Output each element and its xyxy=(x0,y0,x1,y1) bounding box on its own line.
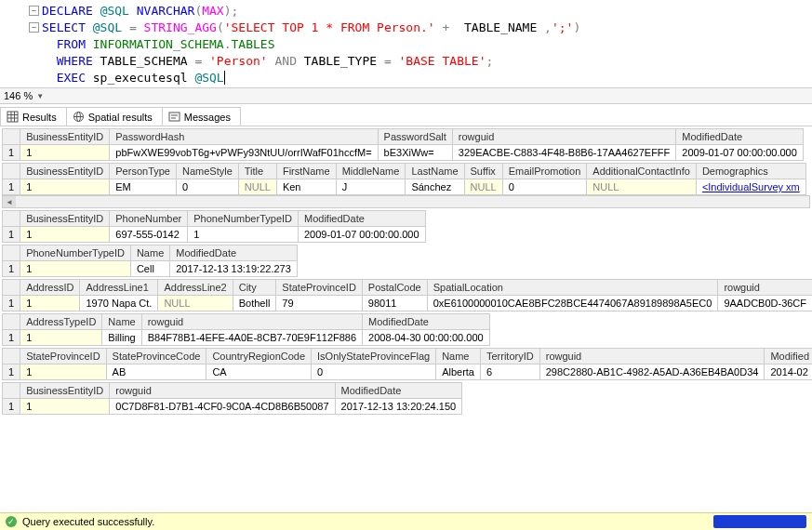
row-number[interactable]: 1 xyxy=(3,179,20,195)
column-header[interactable]: Modified xyxy=(765,349,812,364)
cell[interactable]: 1970 Napa Ct. xyxy=(80,296,158,311)
column-header[interactable]: SpatialLocation xyxy=(427,280,718,296)
cell[interactable]: Ken xyxy=(276,179,336,195)
chevron-down-icon[interactable]: ▼ xyxy=(36,92,44,100)
column-header[interactable]: Suffix xyxy=(464,164,502,179)
cell[interactable]: B84F78B1-4EFE-4A0E-8CB7-70E9F112F886 xyxy=(141,330,362,346)
cell[interactable]: Bothell xyxy=(233,296,276,311)
cell[interactable]: 0C7D8F81-D7B1-4CF0-9C0A-4CD8B6B50087 xyxy=(110,399,335,415)
column-header[interactable]: ModifiedDate xyxy=(170,245,298,261)
cell[interactable]: 1 xyxy=(20,330,102,346)
row-selector-header[interactable] xyxy=(3,129,20,145)
column-header[interactable]: BusinessEntityID xyxy=(20,129,110,145)
row-number[interactable]: 1 xyxy=(3,364,20,380)
column-header[interactable]: rowguid xyxy=(539,349,765,364)
cell[interactable]: 0xE6100000010CAE8BFC28BCE4474067A8918989… xyxy=(427,296,718,311)
column-header[interactable]: ModifiedDate xyxy=(676,129,804,145)
sql-editor[interactable]: −DECLARE @SQL NVARCHAR(MAX);−SELECT @SQL… xyxy=(0,0,812,88)
column-header[interactable]: ModifiedDate xyxy=(335,383,462,399)
column-header[interactable]: MiddleName xyxy=(336,164,406,179)
column-header[interactable]: StateProvinceID xyxy=(20,349,106,364)
column-header[interactable]: PhoneNumber xyxy=(110,211,188,227)
row-selector-header[interactable] xyxy=(3,245,20,261)
cell[interactable]: CA xyxy=(206,364,312,380)
cell[interactable]: 9AADCB0D-36CF xyxy=(718,296,812,311)
column-header[interactable]: TerritoryID xyxy=(480,349,539,364)
cell[interactable]: NULL xyxy=(158,296,233,311)
column-header[interactable]: AddressLine2 xyxy=(158,280,233,296)
column-header[interactable]: PersonType xyxy=(110,164,177,179)
cell[interactable]: NULL xyxy=(238,179,276,195)
column-header[interactable]: BusinessEntityID xyxy=(20,383,110,399)
column-header[interactable]: Demographics xyxy=(696,164,805,179)
cell[interactable]: 697-555-0142 xyxy=(110,227,188,243)
column-header[interactable]: NameStyle xyxy=(176,164,238,179)
cell[interactable]: Sánchez xyxy=(406,179,464,195)
cell[interactable]: 329EACBE-C883-4F48-B8B6-17AA4627EFFF xyxy=(452,145,675,161)
column-header[interactable]: PhoneNumberTypeID xyxy=(20,245,131,261)
code-line[interactable]: FROM INFORMATION_SCHEMA.TABLES xyxy=(42,37,274,51)
table-row[interactable]: 11697-555-014212009-01-07 00:00:00.000 xyxy=(3,227,426,243)
table-row[interactable]: 11ABCA0Alberta6298C2880-AB1C-4982-A5AD-A… xyxy=(3,364,813,380)
collapse-box[interactable]: − xyxy=(29,6,39,16)
column-header[interactable]: AddressLine1 xyxy=(80,280,158,296)
cell[interactable]: Alberta xyxy=(436,364,481,380)
cell[interactable]: 1 xyxy=(20,227,110,243)
column-header[interactable]: rowguid xyxy=(452,129,675,145)
code-line[interactable]: WHERE TABLE_SCHEMA = 'Person' AND TABLE_… xyxy=(42,54,493,68)
column-header[interactable]: PasswordSalt xyxy=(378,129,452,145)
cell[interactable]: 1 xyxy=(20,296,80,311)
cell[interactable]: 1 xyxy=(20,179,110,195)
column-header[interactable]: AdditionalContactInfo xyxy=(587,164,697,179)
row-number[interactable]: 1 xyxy=(3,330,20,346)
cell[interactable]: AB xyxy=(106,364,206,380)
cell[interactable]: 298C2880-AB1C-4982-A5AD-A36EB4BA0D34 xyxy=(539,364,765,380)
code-line[interactable]: DECLARE @SQL NVARCHAR(MAX); xyxy=(42,4,238,18)
table-row[interactable]: 11BillingB84F78B1-4EFE-4A0E-8CB7-70E9F11… xyxy=(3,330,490,346)
cell[interactable]: Cell xyxy=(130,261,169,277)
row-selector-header[interactable] xyxy=(3,211,20,227)
cell[interactable]: 0 xyxy=(176,179,238,195)
column-header[interactable]: BusinessEntityID xyxy=(20,164,110,179)
code-line[interactable]: EXEC sp_executesql @SQL xyxy=(42,71,225,85)
column-header[interactable]: rowguid xyxy=(110,383,335,399)
column-header[interactable]: EmailPromotion xyxy=(502,164,587,179)
row-number[interactable]: 1 xyxy=(3,399,20,415)
column-header[interactable]: City xyxy=(233,280,276,296)
cell[interactable]: 2017-12-13 13:19:22.273 xyxy=(170,261,298,277)
cell[interactable]: 1 xyxy=(20,145,110,161)
tab-spatial[interactable]: Spatial results xyxy=(66,107,163,126)
row-selector-header[interactable] xyxy=(3,314,20,330)
row-number[interactable]: 1 xyxy=(3,145,20,161)
column-header[interactable]: rowguid xyxy=(141,314,362,330)
cell[interactable]: 1 xyxy=(20,399,110,415)
row-selector-header[interactable] xyxy=(3,349,20,364)
cell[interactable]: EM xyxy=(110,179,177,195)
cell[interactable]: NULL xyxy=(587,179,697,195)
column-header[interactable]: IsOnlyStateProvinceFlag xyxy=(312,349,436,364)
row-number[interactable]: 1 xyxy=(3,296,20,311)
cell[interactable]: NULL xyxy=(464,179,502,195)
cell[interactable]: <IndividualSurvey xm xyxy=(696,179,805,195)
table-row[interactable]: 11Cell2017-12-13 13:19:22.273 xyxy=(3,261,298,277)
cell[interactable]: 2009-01-07 00:00:00.000 xyxy=(676,145,804,161)
cell[interactable]: 2008-04-30 00:00:00.000 xyxy=(363,330,490,346)
column-header[interactable]: CountryRegionCode xyxy=(206,349,312,364)
tab-results[interactable]: Results xyxy=(0,107,67,126)
column-header[interactable]: BusinessEntityID xyxy=(20,211,110,227)
cell[interactable]: 1 xyxy=(20,364,106,380)
row-selector-header[interactable] xyxy=(3,164,20,179)
column-header[interactable]: PostalCode xyxy=(362,280,427,296)
table-row[interactable]: 111970 Napa Ct.NULLBothell79980110xE6100… xyxy=(3,296,813,311)
table-row[interactable]: 11pbFwXWE99vobT6g+vPWFy93NtUU/orrIWafF01… xyxy=(3,145,804,161)
code-line[interactable]: SELECT @SQL = STRING_AGG('SELECT TOP 1 *… xyxy=(42,20,580,34)
column-header[interactable]: AddressTypeID xyxy=(20,314,102,330)
cell[interactable]: 1 xyxy=(188,227,299,243)
column-header[interactable]: rowguid xyxy=(718,280,812,296)
cell[interactable]: bE3XiWw= xyxy=(378,145,452,161)
column-header[interactable]: FirstName xyxy=(276,164,336,179)
column-header[interactable]: StateProvinceCode xyxy=(106,349,206,364)
column-header[interactable]: PasswordHash xyxy=(110,129,378,145)
table-row[interactable]: 110C7D8F81-D7B1-4CF0-9C0A-4CD8B6B5008720… xyxy=(3,399,462,415)
column-header[interactable]: StateProvinceID xyxy=(276,280,362,296)
